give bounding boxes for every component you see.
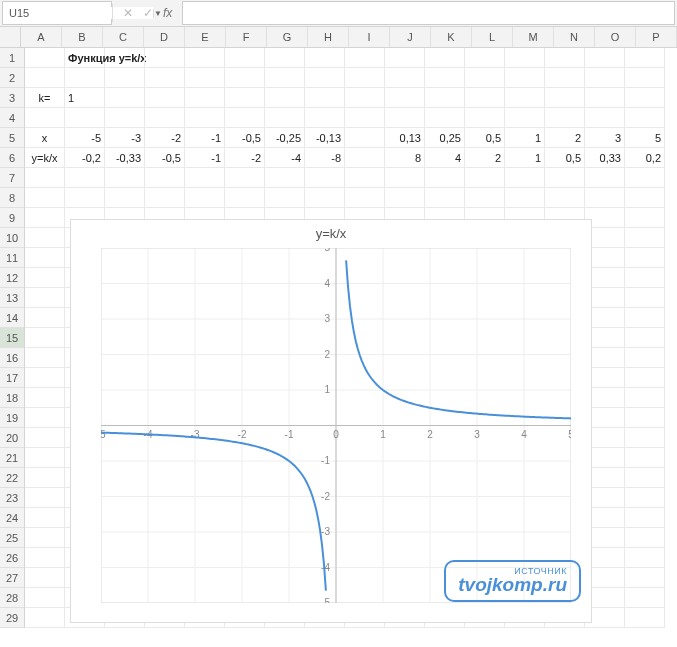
column-header[interactable]: A bbox=[21, 27, 62, 47]
column-header[interactable]: P bbox=[636, 27, 677, 47]
cell-D2[interactable] bbox=[145, 68, 185, 88]
cell-K2[interactable] bbox=[425, 68, 465, 88]
row-header[interactable]: 6 bbox=[0, 148, 25, 168]
cell-E2[interactable] bbox=[185, 68, 225, 88]
formula-input[interactable] bbox=[182, 1, 675, 25]
cell-N6[interactable]: 0,5 bbox=[545, 148, 585, 168]
cell-C7[interactable] bbox=[105, 168, 145, 188]
cell-C1[interactable] bbox=[105, 48, 145, 68]
cell-A4[interactable] bbox=[25, 108, 65, 128]
cell-A5[interactable]: x bbox=[25, 128, 65, 148]
cell-G5[interactable]: -0,25 bbox=[265, 128, 305, 148]
row-header[interactable]: 16 bbox=[0, 348, 25, 368]
cell-I7[interactable] bbox=[345, 168, 385, 188]
cell-H8[interactable] bbox=[305, 188, 345, 208]
cell-P20[interactable] bbox=[625, 428, 665, 448]
cell-L6[interactable]: 2 bbox=[465, 148, 505, 168]
cell-M4[interactable] bbox=[505, 108, 545, 128]
cell-L3[interactable] bbox=[465, 88, 505, 108]
row-header[interactable]: 11 bbox=[0, 248, 25, 268]
cell-B1[interactable]: Функция y=k/x bbox=[65, 48, 105, 68]
row-header[interactable]: 9 bbox=[0, 208, 25, 228]
cell-H1[interactable] bbox=[305, 48, 345, 68]
row-header[interactable]: 14 bbox=[0, 308, 25, 328]
cell-G8[interactable] bbox=[265, 188, 305, 208]
cell-J7[interactable] bbox=[385, 168, 425, 188]
cell-A14[interactable] bbox=[25, 308, 65, 328]
cell-L1[interactable] bbox=[465, 48, 505, 68]
cell-A1[interactable] bbox=[25, 48, 65, 68]
column-header[interactable]: O bbox=[595, 27, 636, 47]
cell-B8[interactable] bbox=[65, 188, 105, 208]
column-header[interactable]: K bbox=[431, 27, 472, 47]
cell-D6[interactable]: -0,5 bbox=[145, 148, 185, 168]
cell-A21[interactable] bbox=[25, 448, 65, 468]
cell-P4[interactable] bbox=[625, 108, 665, 128]
cell-A27[interactable] bbox=[25, 568, 65, 588]
cell-L8[interactable] bbox=[465, 188, 505, 208]
cell-K3[interactable] bbox=[425, 88, 465, 108]
cell-P15[interactable] bbox=[625, 328, 665, 348]
row-header[interactable]: 29 bbox=[0, 608, 25, 628]
column-header[interactable]: G bbox=[267, 27, 308, 47]
column-header[interactable]: J bbox=[390, 27, 431, 47]
row-header[interactable]: 2 bbox=[0, 68, 25, 88]
cell-P3[interactable] bbox=[625, 88, 665, 108]
cell-K5[interactable]: 0,25 bbox=[425, 128, 465, 148]
cell-P25[interactable] bbox=[625, 528, 665, 548]
cell-P22[interactable] bbox=[625, 468, 665, 488]
cell-F4[interactable] bbox=[225, 108, 265, 128]
cell-P27[interactable] bbox=[625, 568, 665, 588]
column-header[interactable]: I bbox=[349, 27, 390, 47]
cell-P8[interactable] bbox=[625, 188, 665, 208]
cell-E8[interactable] bbox=[185, 188, 225, 208]
cell-A6[interactable]: y=k/x bbox=[25, 148, 65, 168]
cell-A24[interactable] bbox=[25, 508, 65, 528]
cell-P10[interactable] bbox=[625, 228, 665, 248]
row-header[interactable]: 4 bbox=[0, 108, 25, 128]
cell-A20[interactable] bbox=[25, 428, 65, 448]
cell-J1[interactable] bbox=[385, 48, 425, 68]
cell-P19[interactable] bbox=[625, 408, 665, 428]
row-header[interactable]: 1 bbox=[0, 48, 25, 68]
cell-H4[interactable] bbox=[305, 108, 345, 128]
cell-N8[interactable] bbox=[545, 188, 585, 208]
cell-P24[interactable] bbox=[625, 508, 665, 528]
cell-A11[interactable] bbox=[25, 248, 65, 268]
cell-A28[interactable] bbox=[25, 588, 65, 608]
cell-O2[interactable] bbox=[585, 68, 625, 88]
row-header[interactable]: 19 bbox=[0, 408, 25, 428]
cell-C8[interactable] bbox=[105, 188, 145, 208]
row-header[interactable]: 22 bbox=[0, 468, 25, 488]
cell-P14[interactable] bbox=[625, 308, 665, 328]
cell-O3[interactable] bbox=[585, 88, 625, 108]
column-header[interactable]: B bbox=[62, 27, 103, 47]
row-header[interactable]: 25 bbox=[0, 528, 25, 548]
cell-D7[interactable] bbox=[145, 168, 185, 188]
column-header[interactable]: F bbox=[226, 27, 267, 47]
row-header[interactable]: 21 bbox=[0, 448, 25, 468]
cell-B3[interactable]: 1 bbox=[65, 88, 105, 108]
cell-P23[interactable] bbox=[625, 488, 665, 508]
cell-H5[interactable]: -0,13 bbox=[305, 128, 345, 148]
row-header[interactable]: 8 bbox=[0, 188, 25, 208]
cell-E5[interactable]: -1 bbox=[185, 128, 225, 148]
row-header[interactable]: 10 bbox=[0, 228, 25, 248]
cell-H6[interactable]: -8 bbox=[305, 148, 345, 168]
cell-P17[interactable] bbox=[625, 368, 665, 388]
name-box[interactable]: ▼ bbox=[2, 1, 112, 25]
cell-B2[interactable] bbox=[65, 68, 105, 88]
cell-O7[interactable] bbox=[585, 168, 625, 188]
row-header[interactable]: 20 bbox=[0, 428, 25, 448]
cell-O5[interactable]: 3 bbox=[585, 128, 625, 148]
cell-P18[interactable] bbox=[625, 388, 665, 408]
cell-P1[interactable] bbox=[625, 48, 665, 68]
cell-O6[interactable]: 0,33 bbox=[585, 148, 625, 168]
embedded-chart[interactable]: y=k/x -5-4-3-2-1012345-5-4-3-2-112345 ИС… bbox=[70, 219, 592, 623]
cell-K6[interactable]: 4 bbox=[425, 148, 465, 168]
cell-G7[interactable] bbox=[265, 168, 305, 188]
cell-A29[interactable] bbox=[25, 608, 65, 628]
cell-C3[interactable] bbox=[105, 88, 145, 108]
cell-N1[interactable] bbox=[545, 48, 585, 68]
cell-M8[interactable] bbox=[505, 188, 545, 208]
